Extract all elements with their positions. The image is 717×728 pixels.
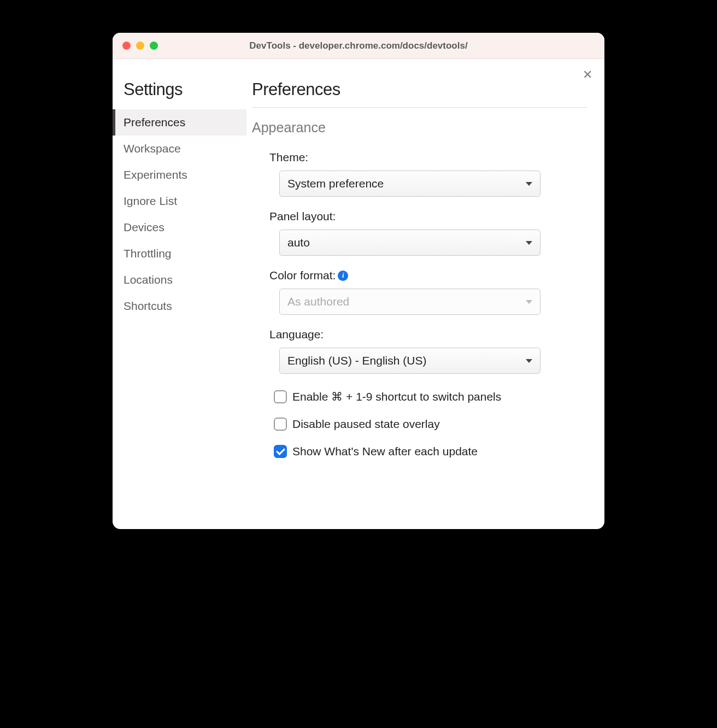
titlebar: DevTools - developer.chrome.com/docs/dev… — [113, 33, 604, 59]
sidebar-item-label: Ignore List — [124, 195, 177, 207]
sidebar-item-ignore-list[interactable]: Ignore List — [113, 188, 246, 214]
sidebar-item-label: Workspace — [124, 142, 181, 155]
close-icon[interactable]: ✕ — [583, 69, 592, 81]
sidebar-item-locations[interactable]: Locations — [113, 267, 246, 293]
checkbox-show-whats-new[interactable]: Show What's New after each update — [274, 445, 587, 458]
main-content: Preferences Appearance Theme: System pre… — [246, 59, 604, 529]
page-title: Preferences — [252, 80, 587, 108]
language-label: Language: — [269, 328, 587, 341]
checkbox-disable-paused-overlay[interactable]: Disable paused state overlay — [274, 418, 587, 431]
sidebar-item-shortcuts[interactable]: Shortcuts — [113, 293, 246, 319]
chevron-down-icon — [526, 182, 532, 186]
panel-layout-label: Panel layout: — [269, 210, 587, 223]
color-format-select-value: As authored — [287, 295, 349, 308]
checkbox-icon — [274, 418, 287, 431]
section-title: Appearance — [252, 120, 587, 136]
sidebar-item-label: Preferences — [124, 116, 185, 128]
chevron-down-icon — [526, 359, 532, 363]
sidebar-item-preferences[interactable]: Preferences — [113, 109, 246, 136]
info-icon[interactable]: i — [338, 271, 348, 281]
panel-layout-select-value: auto — [287, 236, 310, 249]
window-title: DevTools - developer.chrome.com/docs/dev… — [122, 40, 595, 51]
sidebar-item-label: Shortcuts — [124, 300, 172, 312]
color-format-label: Color format: i — [269, 269, 587, 282]
checkbox-label: Show What's New after each update — [292, 445, 478, 458]
chevron-down-icon — [526, 241, 532, 245]
sidebar-item-label: Throttling — [124, 247, 172, 260]
theme-field: Theme: System preference — [269, 151, 587, 197]
language-field: Language: English (US) - English (US) — [269, 328, 587, 374]
sidebar-item-workspace[interactable]: Workspace — [113, 136, 246, 162]
sidebar-item-label: Experiments — [124, 168, 187, 181]
panel-layout-select[interactable]: auto — [279, 230, 540, 256]
traffic-lights — [122, 42, 158, 50]
color-format-label-text: Color format: — [269, 269, 336, 282]
theme-select-value: System preference — [287, 177, 384, 190]
panel-layout-field: Panel layout: auto — [269, 210, 587, 256]
sidebar-item-label: Devices — [124, 221, 164, 233]
sidebar-item-devices[interactable]: Devices — [113, 214, 246, 240]
checkbox-label: Disable paused state overlay — [292, 418, 440, 431]
language-select-value: English (US) - English (US) — [287, 354, 426, 367]
theme-select[interactable]: System preference — [279, 171, 540, 197]
body: ✕ Settings Preferences Workspace Experim… — [113, 59, 604, 529]
sidebar-title: Settings — [113, 80, 246, 109]
color-format-select: As authored — [279, 289, 540, 315]
checkbox-icon — [274, 445, 287, 458]
sidebar-item-throttling[interactable]: Throttling — [113, 240, 246, 267]
window-zoom-button[interactable] — [150, 42, 158, 50]
window: DevTools - developer.chrome.com/docs/dev… — [113, 33, 604, 529]
language-select[interactable]: English (US) - English (US) — [279, 348, 540, 374]
sidebar-item-label: Locations — [124, 273, 173, 286]
checkbox-enable-shortcuts[interactable]: Enable ⌘ + 1-9 shortcut to switch panels — [274, 390, 587, 403]
checkbox-label: Enable ⌘ + 1-9 shortcut to switch panels — [292, 390, 501, 403]
window-close-button[interactable] — [122, 42, 131, 50]
checkbox-icon — [274, 390, 287, 403]
theme-label: Theme: — [269, 151, 587, 164]
window-minimize-button[interactable] — [136, 42, 144, 50]
sidebar-item-experiments[interactable]: Experiments — [113, 162, 246, 188]
chevron-down-icon — [526, 300, 532, 304]
sidebar: Settings Preferences Workspace Experimen… — [113, 59, 246, 529]
color-format-field: Color format: i As authored — [269, 269, 587, 315]
